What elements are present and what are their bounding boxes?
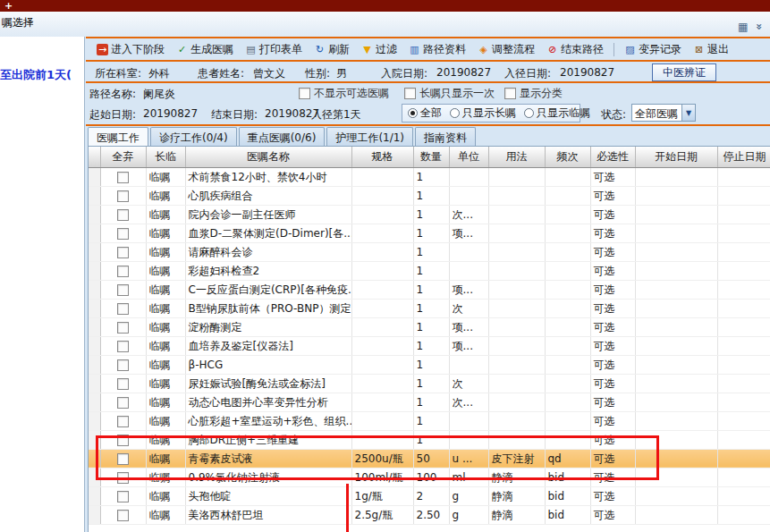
order-row[interactable]: 临嘱 彩超妇科检查2 1 可选	[89, 261, 770, 280]
spec-cell	[351, 224, 413, 242]
column-header[interactable]: 用法	[488, 147, 545, 167]
dropdown-arrow-icon[interactable]: ▼	[681, 105, 695, 121]
order-row[interactable]: 临嘱 术前禁食12小时、禁饮4小时 1 可选	[89, 167, 770, 186]
order-row[interactable]: 临嘱 血培养及鉴定[仪器法] 1 项... 可选	[89, 336, 770, 355]
enter-next-stage-button[interactable]: → 进入下阶段	[93, 41, 168, 58]
path-data-button[interactable]: ▥ 路径资料	[405, 41, 470, 58]
order-row[interactable]: 临嘱 头孢他啶 1g/瓶 2 g 静滴 bid 可选	[89, 486, 770, 505]
status-dropdown[interactable]: 全部医嘱 ▼	[631, 104, 696, 122]
tab-3[interactable]: 护理工作(1/1)	[326, 127, 413, 146]
abandon-checkbox[interactable]	[117, 397, 129, 409]
print-form-button[interactable]: ▤ 打印表单	[241, 41, 306, 58]
window-title: 嘱选择	[2, 15, 34, 30]
column-header[interactable]: 开始日期	[635, 147, 717, 167]
abandon-checkbox[interactable]	[117, 190, 129, 202]
abandon-checkbox[interactable]	[117, 510, 129, 521]
column-header[interactable]: 规格	[351, 147, 413, 167]
stop-date-cell	[717, 430, 770, 449]
column-header[interactable]: 必选性	[590, 147, 635, 167]
qty-cell: 1	[413, 317, 449, 336]
patient-name-value: 曾文义	[253, 66, 285, 81]
order-type-cell: 临嘱	[146, 205, 185, 224]
column-header[interactable]: 全弃	[100, 147, 146, 167]
order-row[interactable]: 临嘱 心脏彩超+室壁运动+彩色、组织... 1 可选	[89, 411, 770, 430]
abandon-checkbox[interactable]	[117, 359, 129, 371]
scope-radio[interactable]: 全部	[408, 106, 442, 121]
order-row[interactable]: 临嘱 血浆D-二聚体测定(D-Dimer)[各... 1 项... 可选	[89, 224, 770, 242]
window-controls: ▦ »	[738, 21, 763, 32]
path-stage-label[interactable]: 至出院前1天(	[0, 67, 72, 83]
funnel-icon: ▼	[361, 44, 373, 55]
abandon-checkbox[interactable]	[117, 284, 129, 296]
column-header[interactable]: 频次	[545, 147, 590, 167]
layout-grid-icon[interactable]: ▦	[738, 21, 748, 32]
order-name-cell: 淀粉酶测定	[185, 317, 351, 336]
abandon-checkbox[interactable]	[117, 247, 129, 258]
order-row[interactable]: 临嘱 β-HCG 1 可选	[89, 355, 770, 374]
required-cell: 可选	[590, 505, 635, 524]
variation-record-button[interactable]: ▨ 变异记录	[621, 41, 685, 58]
tab-0[interactable]: 医嘱工作	[88, 127, 148, 146]
filter-button[interactable]: ▼ 过滤	[358, 41, 401, 58]
filter-checkbox[interactable]: 不显示可选医嘱	[299, 86, 389, 101]
column-header[interactable]: 单位	[449, 147, 488, 167]
stop-date-cell	[717, 355, 770, 374]
unit-cell	[449, 261, 488, 280]
order-type-cell: 临嘱	[146, 411, 185, 430]
order-scope-radiogroup: 全部 只显示长嘱 只显示临嘱	[402, 104, 580, 122]
tab-4[interactable]: 指南资料	[415, 127, 476, 146]
filter-checkbox[interactable]: 显示分类	[504, 86, 563, 101]
scope-radio[interactable]: 只显示临嘱	[524, 106, 590, 121]
order-type-cell: 临嘱	[146, 299, 185, 317]
order-row[interactable]: 临嘱 院内会诊一副主任医师 1 次... 可选	[89, 205, 770, 224]
abandon-checkbox[interactable]	[117, 491, 129, 502]
qty-cell: 1	[413, 336, 449, 355]
scope-radio[interactable]: 只显示长嘱	[450, 106, 516, 121]
exit-button[interactable]: ⊠ 退出	[690, 41, 732, 58]
column-header[interactable]: 医嘱名称	[185, 147, 351, 167]
refresh-icon: ↻	[314, 44, 326, 55]
order-row[interactable]: 临嘱 C一反应蛋白测定(CRP)[各种免疫... 1 项... 可选	[89, 280, 770, 299]
start-date-cell	[635, 280, 717, 299]
tcm-syndrome-button[interactable]: 中医辨证	[652, 63, 716, 81]
order-row[interactable]: 临嘱 心肌疾病组合 1 可选	[89, 186, 770, 205]
new-tab-button[interactable]: +	[4, 0, 13, 12]
abandon-checkbox[interactable]	[117, 172, 129, 183]
row-indicator	[89, 242, 100, 261]
order-row[interactable]: 临嘱 动态心电图并心率变异性分析 1 次... 可选	[89, 393, 770, 411]
end-path-button[interactable]: ⊘ 结束路径	[543, 41, 607, 58]
radio-label: 只显示长嘱	[462, 106, 516, 121]
abandon-checkbox[interactable]	[117, 209, 129, 221]
spec-cell	[351, 355, 413, 374]
printer-icon: ▤	[245, 44, 257, 55]
stop-date-cell	[717, 280, 770, 299]
unit-cell: 次...	[449, 205, 488, 224]
abandon-checkbox[interactable]	[117, 378, 129, 390]
generate-orders-button[interactable]: ✓ 生成医嘱	[173, 41, 237, 58]
tab-1[interactable]: 诊疗工作(0/4)	[150, 127, 237, 146]
abandon-checkbox[interactable]	[117, 416, 129, 427]
order-row[interactable]: 临嘱 尿妊娠试验[酶免法或金标法] 1 次 可选	[89, 374, 770, 393]
abandon-checkbox[interactable]	[117, 228, 129, 240]
abandon-checkbox[interactable]	[117, 322, 129, 334]
order-row[interactable]: 临嘱 美洛西林舒巴坦 2.5g/瓶 2.50 g 静滴 bid 可选	[89, 505, 770, 524]
adjust-process-button[interactable]: ◈ 调整流程	[474, 41, 538, 58]
filter-checkbox[interactable]: 长嘱只显示一次	[404, 86, 495, 101]
abandon-checkbox[interactable]	[117, 303, 129, 315]
column-header[interactable]: 长临	[146, 147, 185, 167]
path-stage-panel: 至出院前1天(	[0, 37, 85, 532]
refresh-button[interactable]: ↻ 刷新	[310, 41, 353, 58]
spec-cell	[351, 317, 413, 336]
abandon-checkbox[interactable]	[117, 266, 129, 277]
stop-date-cell	[717, 505, 770, 524]
column-header[interactable]: 停止日期	[717, 147, 770, 167]
column-header[interactable]: 数量	[413, 147, 449, 167]
spec-cell	[351, 299, 413, 317]
toolbar-button-label: 进入下阶段	[111, 42, 165, 57]
order-row[interactable]: 临嘱 B型钠尿肽前体（PRO-BNP）测定 1 次 可选	[89, 299, 770, 317]
tab-2[interactable]: 重点医嘱(0/6)	[239, 127, 326, 146]
order-row[interactable]: 临嘱 请麻醉科会诊 1 可选	[89, 242, 770, 261]
abandon-checkbox[interactable]	[117, 341, 129, 352]
collapse-chevron-icon[interactable]: »	[754, 23, 765, 30]
order-row[interactable]: 临嘱 淀粉酶测定 1 项... 可选	[89, 317, 770, 336]
